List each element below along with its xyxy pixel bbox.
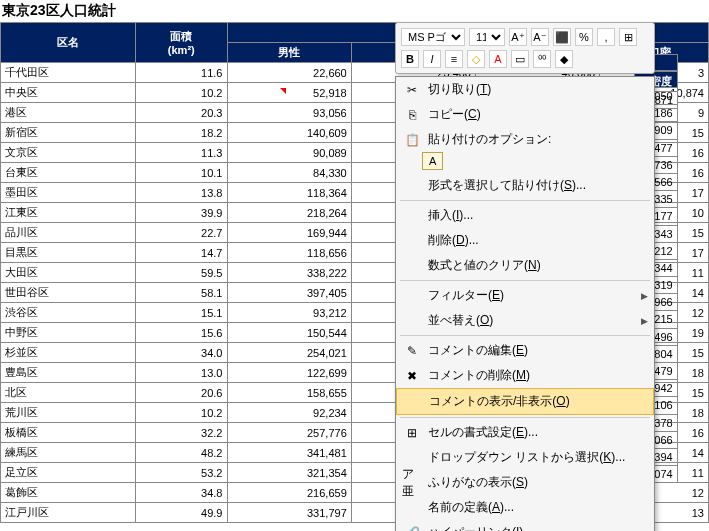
🔗-icon: 🔗 bbox=[402, 525, 422, 532]
shrink-font-button[interactable]: A⁻ bbox=[531, 28, 549, 46]
menu-item[interactable]: コメントの表示/非表示(O) bbox=[396, 388, 654, 415]
menu-item-label: コメントの編集(E) bbox=[428, 342, 528, 359]
decimal-button[interactable]: ⁰⁰ bbox=[533, 50, 551, 68]
menu-item-label: コメントの削除(M) bbox=[428, 367, 530, 384]
menu-item-label: セルの書式設定(E)... bbox=[428, 424, 538, 441]
menu-item-label: 貼り付けのオプション: bbox=[428, 131, 551, 148]
blank-icon bbox=[403, 394, 423, 410]
menu-item-label: 数式と値のクリア(N) bbox=[428, 257, 541, 274]
font-color-button[interactable]: A bbox=[489, 50, 507, 68]
header-male: 男性 bbox=[227, 43, 351, 63]
border-button[interactable]: ⊞ bbox=[619, 28, 637, 46]
menu-item[interactable]: 🔗ハイパーリンク(I)... bbox=[396, 520, 654, 531]
ア亜-icon: ア亜 bbox=[402, 475, 422, 491]
✎-icon: ✎ bbox=[402, 343, 422, 359]
format-button[interactable]: ◆ bbox=[555, 50, 573, 68]
blank-icon bbox=[402, 313, 422, 329]
blank-icon bbox=[402, 208, 422, 224]
menu-item[interactable]: ⊞セルの書式設定(E)... bbox=[396, 420, 654, 445]
bold-button[interactable]: B bbox=[401, 50, 419, 68]
menu-item[interactable]: 形式を選択して貼り付け(S)... bbox=[396, 173, 654, 198]
grow-font-button[interactable]: A⁺ bbox=[509, 28, 527, 46]
menu-item-label: 形式を選択して貼り付け(S)... bbox=[428, 177, 586, 194]
menu-item-label: 削除(D)... bbox=[428, 232, 479, 249]
font-select[interactable]: MS Pゴ bbox=[401, 28, 465, 46]
menu-item-label: 並べ替え(O) bbox=[428, 312, 493, 329]
borders-button[interactable]: ▭ bbox=[511, 50, 529, 68]
menu-item-label: ハイパーリンク(I)... bbox=[428, 524, 533, 531]
menu-item[interactable]: ✎コメントの編集(E) bbox=[396, 338, 654, 363]
✖-icon: ✖ bbox=[402, 368, 422, 384]
mini-toolbar: MS Pゴ 11 A⁺ A⁻ ⬛ % , ⊞ B I ≡ ◇ A ▭ ⁰⁰ ◆ bbox=[395, 22, 655, 74]
header-ward: 区名 bbox=[1, 23, 136, 63]
blank-icon bbox=[402, 233, 422, 249]
📋-icon: 📋 bbox=[402, 132, 422, 148]
blank-icon bbox=[402, 450, 422, 466]
menu-item[interactable]: 削除(D)... bbox=[396, 228, 654, 253]
menu-item-label: 名前の定義(A)... bbox=[428, 499, 514, 516]
menu-item[interactable]: ア亜ふりがなの表示(S) bbox=[396, 470, 654, 495]
submenu-arrow-icon: ▶ bbox=[641, 291, 648, 301]
menu-item-label: フィルター(E) bbox=[428, 287, 504, 304]
menu-item-label: ふりがなの表示(S) bbox=[428, 474, 528, 491]
⊞-icon: ⊞ bbox=[402, 425, 422, 441]
paste-option-button[interactable]: A bbox=[422, 152, 443, 170]
menu-item[interactable]: 挿入(I)... bbox=[396, 203, 654, 228]
size-select[interactable]: 11 bbox=[469, 28, 505, 46]
menu-item[interactable]: 名前の定義(A)... bbox=[396, 495, 654, 520]
italic-button[interactable]: I bbox=[423, 50, 441, 68]
menu-item-label: コメントの表示/非表示(O) bbox=[429, 393, 570, 410]
menu-item-label: 挿入(I)... bbox=[428, 207, 473, 224]
header-area: 面積(km²) bbox=[136, 23, 227, 63]
comment-indicator-icon bbox=[280, 88, 286, 94]
menu-item[interactable]: ⎘コピー(C) bbox=[396, 102, 654, 127]
context-menu: ✂切り取り(T)⎘コピー(C)📋貼り付けのオプション:A形式を選択して貼り付け(… bbox=[395, 76, 655, 531]
blank-icon bbox=[402, 178, 422, 194]
menu-item-label: コピー(C) bbox=[428, 106, 481, 123]
menu-item[interactable]: 並べ替え(O)▶ bbox=[396, 308, 654, 333]
menu-item[interactable]: ✖コメントの削除(M) bbox=[396, 363, 654, 388]
menu-item[interactable]: 📋貼り付けのオプション: bbox=[396, 127, 654, 152]
style-button[interactable]: ⬛ bbox=[553, 28, 571, 46]
blank-icon bbox=[402, 288, 422, 304]
menu-item-label: 切り取り(T) bbox=[428, 81, 491, 98]
submenu-arrow-icon: ▶ bbox=[641, 316, 648, 326]
⎘-icon: ⎘ bbox=[402, 107, 422, 123]
blank-icon bbox=[402, 500, 422, 516]
align-button[interactable]: ≡ bbox=[445, 50, 463, 68]
menu-item[interactable]: 数式と値のクリア(N) bbox=[396, 253, 654, 278]
menu-item[interactable]: ドロップダウン リストから選択(K)... bbox=[396, 445, 654, 470]
menu-item-label: ドロップダウン リストから選択(K)... bbox=[428, 449, 625, 466]
menu-item[interactable]: フィルター(E)▶ bbox=[396, 283, 654, 308]
page-title: 東京23区人口統計 bbox=[0, 0, 709, 22]
comma-button[interactable]: , bbox=[597, 28, 615, 46]
✂-icon: ✂ bbox=[402, 82, 422, 98]
percent-button[interactable]: % bbox=[575, 28, 593, 46]
blank-icon bbox=[402, 258, 422, 274]
fill-color-button[interactable]: ◇ bbox=[467, 50, 485, 68]
menu-item[interactable]: ✂切り取り(T) bbox=[396, 77, 654, 102]
